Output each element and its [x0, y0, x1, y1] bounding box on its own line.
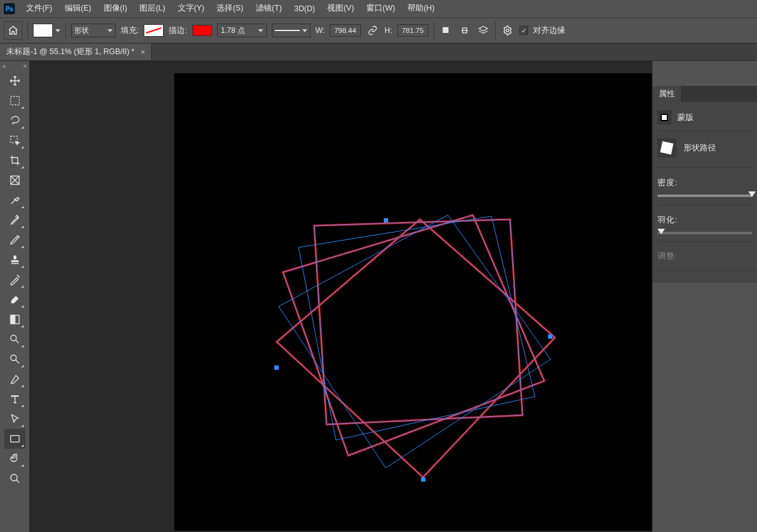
tool-flyout-icon: [21, 226, 24, 228]
align-edges-label: 对齐边缘: [533, 25, 565, 36]
properties-panel: 属性 蒙版 形状路径 密度: 羽化:: [652, 86, 757, 283]
chevron-down-icon: [258, 29, 263, 32]
healing-brush-tool[interactable]: [4, 210, 26, 230]
height-input[interactable]: [397, 24, 429, 37]
document-tab[interactable]: 未标题-1 @ 55.1% (矩形 1, RGB/8) * ×: [0, 44, 152, 60]
menu-type[interactable]: 文字(Y): [172, 0, 211, 17]
svg-marker-15: [314, 219, 522, 424]
extra-options-button[interactable]: [501, 24, 514, 37]
curvature-pen-tool[interactable]: [4, 369, 26, 389]
canvas-content: [174, 73, 652, 531]
foreground-swatch[interactable]: [33, 24, 60, 37]
panel-dock-spacer: [652, 283, 757, 532]
rectangle-shape-tool[interactable]: [4, 429, 26, 449]
stroke-width-select[interactable]: 1.78 点: [217, 24, 267, 37]
path-combine-icon: [441, 25, 451, 35]
tool-flyout-icon: [21, 405, 24, 407]
zoom-tool[interactable]: [4, 469, 26, 488]
tab-properties[interactable]: 属性: [653, 86, 682, 102]
menu-file[interactable]: 文件(F): [20, 0, 58, 17]
menu-select[interactable]: 选择(S): [210, 0, 249, 17]
close-icon[interactable]: ×: [141, 48, 145, 57]
svg-rect-3: [11, 96, 19, 105]
canvas-area[interactable]: [30, 61, 652, 532]
stroke-style-select[interactable]: [272, 24, 310, 37]
svg-rect-7: [11, 315, 15, 324]
menu-window[interactable]: 窗口(W): [360, 0, 401, 17]
tool-flyout-icon: [21, 265, 24, 268]
width-input[interactable]: [330, 24, 361, 37]
dodge-tool[interactable]: [4, 329, 26, 349]
lasso-tool[interactable]: [4, 111, 26, 131]
menu-3d[interactable]: 3D(D): [288, 1, 321, 17]
tool-flyout-icon: [21, 146, 24, 149]
app-badge-icon: Ps: [4, 3, 15, 14]
hand-tool[interactable]: [4, 449, 26, 469]
marquee-tool[interactable]: [4, 91, 26, 111]
workspace: »×: [0, 61, 757, 532]
path-selection-tool[interactable]: [4, 409, 26, 429]
history-brush-tool[interactable]: [4, 270, 26, 290]
shape-path-thumbnail[interactable]: [657, 139, 676, 157]
svg-point-2: [506, 29, 509, 32]
density-slider[interactable]: [657, 195, 752, 197]
separator: [27, 22, 28, 39]
pen-tool[interactable]: [4, 349, 26, 369]
brush-icon: [9, 234, 21, 245]
menu-layer[interactable]: 图层(L): [133, 0, 171, 17]
type-icon: [9, 393, 21, 405]
feather-slider[interactable]: [657, 232, 752, 234]
solid-line-icon: [275, 30, 300, 31]
gear-icon: [503, 25, 513, 35]
width-label: W:: [315, 26, 325, 35]
align-edges-checkbox[interactable]: ✓: [519, 26, 528, 35]
gradient-tool[interactable]: [4, 310, 26, 329]
svg-point-11: [11, 474, 17, 481]
menu-edit[interactable]: 编辑(E): [58, 0, 98, 17]
fill-swatch[interactable]: [144, 24, 164, 37]
tool-flyout-icon: [21, 126, 24, 129]
crop-icon: [9, 155, 21, 166]
path-arrange-button[interactable]: [476, 24, 490, 37]
frame-icon: [9, 175, 21, 186]
svg-rect-22: [421, 477, 425, 482]
quick-select-tool[interactable]: [4, 131, 26, 150]
panel-tabs: 属性: [653, 86, 757, 102]
pen-icon: [9, 354, 21, 365]
home-button[interactable]: [4, 21, 22, 40]
crop-tool[interactable]: [4, 150, 26, 170]
menu-image[interactable]: 图像(I): [98, 0, 134, 17]
stroke-swatch[interactable]: [192, 25, 212, 36]
menu-help[interactable]: 帮助(H): [401, 0, 440, 17]
document-tab-bar: 未标题-1 @ 55.1% (矩形 1, RGB/8) * ×: [0, 44, 757, 61]
menu-filter[interactable]: 滤镜(T): [249, 0, 288, 17]
path-align-button[interactable]: [458, 24, 471, 37]
path-operations-button[interactable]: [439, 24, 453, 37]
history-brush-icon: [9, 274, 21, 285]
color-swatch-icon: [33, 24, 53, 37]
eraser-tool[interactable]: [4, 290, 26, 310]
brush-tool[interactable]: [4, 230, 26, 250]
eyedropper-tool[interactable]: [4, 190, 26, 210]
panel-column: 属性 蒙版 形状路径 密度: 羽化:: [652, 61, 757, 532]
toolbox-collapse[interactable]: »×: [0, 61, 29, 71]
shape-path-label: 形状路径: [684, 143, 716, 154]
clone-stamp-tool[interactable]: [4, 250, 26, 270]
link-dimensions-button[interactable]: [366, 24, 379, 37]
tool-mode-select[interactable]: 形状: [71, 24, 116, 37]
tool-mode-value: 形状: [74, 25, 89, 36]
tool-flyout-icon: [21, 305, 24, 308]
type-tool[interactable]: [4, 389, 26, 409]
close-icon[interactable]: ×: [23, 63, 27, 70]
frame-tool[interactable]: [4, 170, 26, 190]
menu-view[interactable]: 视图(V): [321, 0, 360, 17]
separator: [65, 22, 66, 39]
lasso-icon: [9, 115, 21, 126]
tool-flyout-icon: [21, 365, 24, 367]
svg-marker-12: [314, 219, 522, 424]
document-canvas[interactable]: [174, 73, 652, 531]
panel-dock-header[interactable]: [652, 61, 757, 86]
tool-flyout-icon: [21, 106, 24, 109]
move-tool[interactable]: [4, 71, 26, 91]
panel-footer: [653, 270, 757, 283]
